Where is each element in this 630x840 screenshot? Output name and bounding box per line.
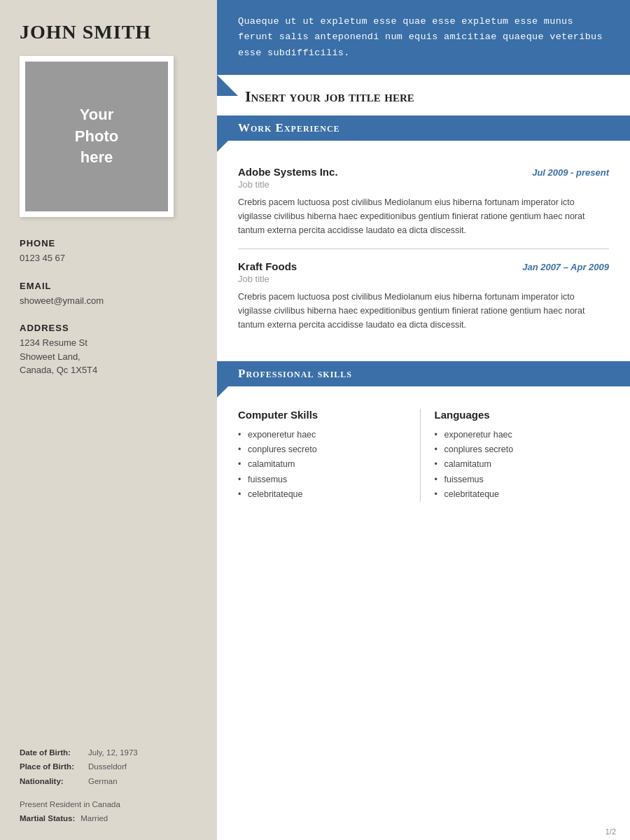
marital-label: Martial Status: bbox=[20, 811, 75, 826]
computer-skill-2: conplures secreto bbox=[238, 442, 413, 457]
job-dates-2: Jan 2007 – Apr 2009 bbox=[522, 262, 609, 272]
job-title: Insert your job title here bbox=[238, 88, 414, 105]
skills-title: Professional skills bbox=[238, 367, 352, 380]
languages-list: exponeretur haec conplures secreto calam… bbox=[435, 428, 610, 502]
phone-value: 0123 45 67 bbox=[20, 251, 197, 265]
resident-text: Present Resident in Canada bbox=[20, 797, 197, 812]
resident-info: Present Resident in Canada Martial Statu… bbox=[20, 797, 197, 826]
main-content: Quaeque ut ut expletum esse quae esse ex… bbox=[217, 0, 630, 840]
computer-skills-title: Computer Skills bbox=[238, 409, 413, 421]
skills-header: Professional skills bbox=[217, 361, 630, 386]
sidebar-bottom: Date of Birth: July, 12, 1973 Place of B… bbox=[20, 732, 197, 826]
dob-label: Date of Birth: bbox=[20, 746, 83, 760]
job-title-area: Insert your job title here bbox=[217, 75, 630, 115]
language-3: calamitatum bbox=[435, 457, 610, 472]
sidebar: John Smith YourPhotohere Phone 0123 45 6… bbox=[0, 0, 217, 840]
language-5: celebritateque bbox=[435, 487, 610, 502]
computer-skills-col: Computer Skills exponeretur haec conplur… bbox=[238, 409, 420, 502]
computer-skill-5: celebritateque bbox=[238, 487, 413, 502]
phone-section: Phone 0123 45 67 bbox=[20, 238, 197, 265]
skills-content: Computer Skills exponeretur haec conplur… bbox=[217, 398, 630, 516]
computer-skill-3: calamitatum bbox=[238, 457, 413, 472]
pob-label: Place of Birth: bbox=[20, 760, 83, 774]
computer-skill-4: fuissemus bbox=[238, 472, 413, 487]
nationality-row: Nationality: German bbox=[20, 774, 197, 789]
job-title-2: Job title bbox=[238, 274, 609, 284]
computer-skills-list: exponeretur haec conplures secreto calam… bbox=[238, 428, 413, 502]
pob-row: Place of Birth: Dusseldorf bbox=[20, 760, 197, 774]
language-1: exponeretur haec bbox=[435, 428, 610, 442]
company-name-2: Kraft Foods bbox=[238, 260, 297, 272]
language-4: fuissemus bbox=[435, 472, 610, 487]
email-value: showeet@ymail.com bbox=[20, 294, 197, 308]
marital-row: Martial Status: Married bbox=[20, 811, 197, 826]
dob-value: July, 12, 1973 bbox=[88, 746, 138, 760]
address-label: Address bbox=[20, 323, 197, 333]
photo-placeholder: YourPhotohere bbox=[20, 56, 174, 217]
email-section: Email showeet@ymail.com bbox=[20, 281, 197, 308]
job-dates-1: Jul 2009 - present bbox=[532, 167, 609, 178]
languages-title: Languages bbox=[435, 409, 610, 421]
company-name-1: Adobe Systems Inc. bbox=[238, 166, 338, 178]
job-entry-2: Kraft Foods Jan 2007 – Apr 2009 Job titl… bbox=[238, 260, 609, 343]
job-entry-1: Adobe Systems Inc. Jul 2009 - present Jo… bbox=[238, 166, 609, 249]
nationality-value: German bbox=[88, 774, 118, 789]
nationality-label: Nationality: bbox=[20, 774, 83, 789]
job-header-1: Adobe Systems Inc. Jul 2009 - present bbox=[238, 166, 609, 178]
job-header-2: Kraft Foods Jan 2007 – Apr 2009 bbox=[238, 260, 609, 272]
language-2: conplures secreto bbox=[435, 442, 610, 457]
address-value: 1234 Resume St Showeet Land, Canada, Qc … bbox=[20, 336, 197, 377]
person-name: John Smith bbox=[20, 21, 197, 43]
intro-banner: Quaeque ut ut expletum esse quae esse ex… bbox=[217, 0, 630, 75]
job-desc-2: Crebris pacem luctuosa post civilibus Me… bbox=[238, 290, 609, 332]
marital-value: Married bbox=[80, 811, 108, 826]
phone-label: Phone bbox=[20, 238, 197, 248]
email-label: Email bbox=[20, 281, 197, 291]
personal-info: Date of Birth: July, 12, 1973 Place of B… bbox=[20, 746, 197, 789]
job-title-1: Job title bbox=[238, 179, 609, 190]
work-experience-header: Work Experience bbox=[217, 115, 630, 141]
address-section: Address 1234 Resume St Showeet Land, Can… bbox=[20, 323, 197, 377]
computer-skill-1: exponeretur haec bbox=[238, 428, 413, 442]
languages-col: Languages exponeretur haec conplures sec… bbox=[420, 409, 610, 502]
dob-row: Date of Birth: July, 12, 1973 bbox=[20, 746, 197, 760]
job-desc-1: Crebris pacem luctuosa post civilibus Me… bbox=[238, 195, 609, 237]
work-experience-title: Work Experience bbox=[238, 121, 340, 134]
intro-text: Quaeque ut ut expletum esse quae esse ex… bbox=[238, 16, 603, 58]
photo-placeholder-text: YourPhotohere bbox=[75, 104, 118, 169]
work-content: Adobe Systems Inc. Jul 2009 - present Jo… bbox=[217, 152, 630, 361]
pob-value: Dusseldorf bbox=[88, 760, 127, 774]
page-number: 1/2 bbox=[217, 823, 630, 840]
